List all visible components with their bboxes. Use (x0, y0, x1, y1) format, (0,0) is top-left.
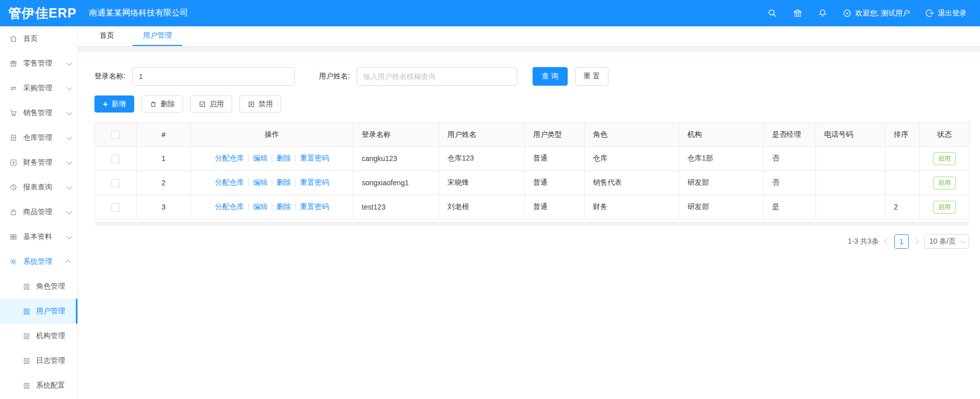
cell-sort (886, 147, 920, 171)
tab-user-management[interactable]: 用户管理 (133, 26, 182, 46)
select-all-checkbox[interactable] (111, 131, 120, 139)
reset-password-link[interactable]: 重置密码 (300, 178, 329, 186)
cell-manager: 否 (764, 171, 816, 195)
add-button[interactable]: + 新增 (94, 95, 134, 113)
trash-icon (150, 101, 157, 108)
cabinet-icon (9, 134, 18, 142)
logout-label: 退出登录 (938, 9, 967, 18)
delete-link[interactable]: 删除 (277, 202, 291, 211)
edit-link[interactable]: 编辑 (253, 154, 267, 162)
document-icon (23, 381, 31, 390)
sidebar-item-role-mgmt[interactable]: 角色管理 (0, 274, 77, 299)
cell-name: 仓库123 (439, 147, 525, 171)
tab-home[interactable]: 首页 (89, 26, 124, 46)
cell-index: 3 (137, 195, 191, 219)
cell-actions: 分配仓库|编辑|删除|重置密码 (191, 171, 354, 195)
sidebar-item-reports[interactable]: 报表查询 (0, 175, 77, 200)
edit-link[interactable]: 编辑 (253, 178, 267, 186)
bell-icon[interactable] (818, 8, 827, 18)
cell-org: 研发部 (679, 171, 764, 195)
cell-type: 普通 (525, 147, 585, 171)
logout-icon (925, 9, 934, 18)
reset-button[interactable]: 重 置 (575, 67, 608, 86)
search-icon[interactable] (767, 8, 777, 18)
page-number-button[interactable]: 1 (894, 234, 909, 249)
status-badge[interactable]: 启用 (933, 152, 956, 165)
chevron-down-icon (67, 60, 72, 66)
sidebar-item-retail[interactable]: 零售管理 (0, 51, 77, 76)
enable-button[interactable]: 启用 (190, 95, 232, 113)
reset-password-link[interactable]: 重置密码 (300, 202, 329, 211)
table-row: 3 分配仓库|编辑|删除|重置密码 test123 刘老根 普通 财务 研发部 … (95, 195, 970, 219)
page-size-select[interactable]: 10 条/页 (924, 234, 969, 249)
cell-type: 普通 (525, 171, 585, 195)
chevron-down-icon (67, 184, 72, 189)
welcome-text: 欢迎您, 测试用户 (855, 9, 910, 18)
home-icon (9, 35, 18, 43)
bank-icon[interactable] (793, 8, 802, 18)
user-name-label: 用户姓名: (319, 72, 350, 81)
row-checkbox[interactable] (111, 155, 120, 163)
sidebar-item-label: 首页 (23, 34, 38, 43)
cell-phone (816, 195, 886, 219)
delete-button[interactable]: 删除 (141, 95, 183, 113)
cell-name: 刘老根 (439, 195, 525, 219)
sidebar-item-org-mgmt[interactable]: 机构管理 (0, 324, 77, 348)
col-name: 用户姓名 (439, 123, 525, 147)
action-separator: | (271, 178, 273, 186)
action-separator: | (295, 178, 297, 186)
logout-button[interactable]: 退出登录 (925, 9, 967, 18)
sidebar-item-user-mgmt[interactable]: 用户管理 (0, 299, 77, 324)
sidebar-item-products[interactable]: 商品管理 (0, 200, 77, 225)
cell-org: 研发部 (679, 195, 764, 219)
reset-password-link[interactable]: 重置密码 (300, 154, 329, 162)
login-name-input[interactable] (132, 67, 295, 86)
gift-icon (9, 59, 18, 68)
delete-link[interactable]: 删除 (277, 178, 291, 186)
sidebar-item-label: 系统配置 (36, 381, 65, 390)
sidebar-item-warehouse[interactable]: 仓库管理 (0, 125, 77, 150)
col-phone: 电话号码 (816, 123, 886, 147)
next-page-button[interactable] (913, 238, 920, 245)
status-badge[interactable]: 启用 (933, 177, 956, 189)
horizontal-scrollbar[interactable] (94, 221, 969, 226)
sidebar-item-label: 报表查询 (23, 183, 52, 192)
delete-link[interactable]: 删除 (277, 154, 291, 162)
sidebar-item-purchase[interactable]: 采购管理 (0, 76, 77, 101)
user-menu[interactable]: 欢迎您, 测试用户 (843, 9, 910, 18)
cell-phone (816, 171, 886, 195)
user-name-input[interactable] (357, 67, 517, 86)
assign-warehouse-link[interactable]: 分配仓库 (215, 202, 244, 211)
row-checkbox[interactable] (111, 179, 120, 187)
sidebar-item-sales[interactable]: 销售管理 (0, 101, 77, 125)
app-window: 管伊佳ERP 南通某某网络科技有限公司 欢迎您, 测试用户 (0, 0, 980, 399)
row-checkbox[interactable] (111, 203, 120, 212)
assign-warehouse-link[interactable]: 分配仓库 (215, 154, 244, 162)
sidebar-item-label: 商品管理 (23, 208, 52, 217)
chevron-down-icon (67, 85, 72, 90)
pie-chart-icon (9, 183, 18, 191)
status-badge[interactable]: 启用 (933, 201, 956, 214)
document-icon (23, 307, 31, 315)
prev-page-button[interactable] (883, 238, 890, 245)
search-button[interactable]: 查 询 (533, 67, 568, 86)
sidebar-item-finance[interactable]: 财务管理 (0, 150, 77, 175)
user-management-panel: 登录名称: 用户姓名: 查 询 重 置 + 新增 删除 (78, 52, 980, 399)
action-separator: | (295, 154, 297, 162)
assign-warehouse-link[interactable]: 分配仓库 (215, 178, 244, 186)
chevron-down-icon (960, 238, 966, 244)
sidebar-item-basic-data[interactable]: 基本资料 (0, 225, 77, 249)
sidebar-item-label: 采购管理 (23, 84, 52, 93)
sidebar-item-label: 基本资料 (23, 232, 52, 242)
disable-button[interactable]: 禁用 (239, 95, 281, 113)
action-separator: | (271, 202, 273, 211)
sidebar-item-system-config[interactable]: 系统配置 (0, 373, 77, 398)
sidebar-item-system[interactable]: 系统管理 (0, 249, 77, 274)
edit-link[interactable]: 编辑 (253, 202, 267, 211)
finance-icon (9, 158, 18, 167)
main-layout: 首页 零售管理 采购管理 销售管理 仓库管理 (0, 26, 980, 399)
col-login: 登录名称 (354, 123, 439, 147)
sidebar-item-home[interactable]: 首页 (0, 26, 77, 51)
bag-icon (9, 208, 18, 216)
sidebar-item-log-mgmt[interactable]: 日志管理 (0, 348, 77, 373)
